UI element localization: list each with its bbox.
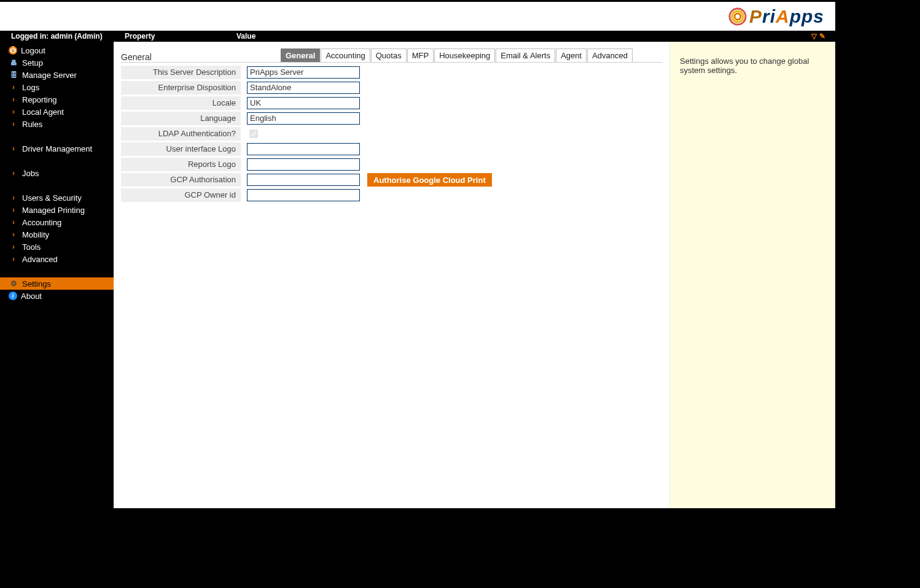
logo-text-pps: pps — [790, 6, 824, 27]
sidebar-item-logs[interactable]: ›Logs — [0, 81, 114, 93]
tab-agent[interactable]: Agent — [556, 48, 587, 62]
sidebar-item-logout[interactable]: ⏻Logout — [0, 44, 114, 56]
input-locale[interactable] — [247, 97, 360, 109]
form-row-lang: Language — [121, 110, 662, 126]
tab-row: General GeneralAccountingQuotasMFPHousek… — [121, 47, 662, 63]
form-row-ldap: LDAP Authentication? — [121, 126, 662, 141]
form-label-desc: This Server Description — [121, 66, 241, 79]
form-label-gcpowner: GCP Owner id — [121, 188, 241, 202]
sidebar-item-settings[interactable]: ⚙Settings — [0, 277, 114, 290]
edit-icon[interactable]: ✎ — [819, 32, 825, 41]
chevron-right-icon: › — [9, 193, 18, 203]
input-gcpowner[interactable] — [247, 189, 360, 201]
authorise-gcp-button[interactable]: Authorise Google Cloud Print — [367, 173, 492, 187]
chevron-right-icon: › — [9, 168, 18, 178]
form-row-desc: This Server Description — [121, 64, 662, 80]
sidebar-item-label: Managed Printing — [22, 206, 85, 215]
form-label-locale: Locale — [121, 96, 241, 110]
chevron-right-icon: › — [9, 254, 18, 264]
sidebar-item-setup[interactable]: 🖶Setup — [0, 56, 114, 69]
sidebar-item-label: Driver Management — [22, 144, 92, 153]
setup-icon: 🖶 — [9, 58, 18, 68]
sidebar-item-mprint[interactable]: ›Managed Printing — [0, 204, 114, 216]
power-icon: ⏻ — [9, 46, 17, 55]
dropdown-icon[interactable]: ▽ — [811, 32, 817, 41]
form-area: This Server DescriptionEnterprise Dispos… — [121, 64, 662, 203]
sidebar-item-label: Reporting — [22, 95, 57, 104]
form-row-entdisp: Enterprise Disposition — [121, 80, 662, 95]
form-row-uilogo: User interface Logo — [121, 141, 662, 157]
sidebar-item-jobs[interactable]: ›Jobs — [0, 167, 114, 179]
sidebar-item-label: Manage Server — [22, 71, 77, 80]
tab-mfp[interactable]: MFP — [407, 48, 434, 62]
sidebar-item-advanced[interactable]: ›Advanced — [0, 253, 114, 265]
column-header-value: Value — [236, 32, 255, 41]
sidebar-item-acct[interactable]: ›Accounting — [0, 216, 114, 228]
form-row-replogo: Reports Logo — [121, 157, 662, 172]
tab-emailalerts[interactable]: Email & Alerts — [496, 48, 555, 62]
sidebar-item-rules[interactable]: ›Rules — [0, 118, 114, 130]
form-label-lang: Language — [121, 112, 241, 125]
server-icon: 🗄 — [9, 70, 18, 80]
sidebar-item-label: Rules — [22, 120, 42, 129]
footer-strip — [0, 508, 835, 588]
form-row-gcpowner: GCP Owner id — [121, 187, 662, 203]
info-icon: i — [9, 292, 17, 300]
tab-advanced[interactable]: Advanced — [587, 48, 633, 62]
form-label-replogo: Reports Logo — [121, 158, 241, 171]
form-row-locale: Locale — [121, 95, 662, 110]
sidebar-item-label: Jobs — [22, 169, 39, 178]
tab-quotas[interactable]: Quotas — [371, 48, 407, 62]
tab-housekeeping[interactable]: Housekeeping — [434, 48, 495, 62]
chevron-right-icon: › — [9, 205, 18, 215]
chevron-right-icon: › — [9, 82, 18, 92]
sidebar-item-mobility[interactable]: ›Mobility — [0, 228, 114, 241]
sidebar-item-usersec[interactable]: ›Users & Security — [0, 191, 114, 204]
input-lang[interactable] — [247, 112, 360, 125]
sidebar-item-tools[interactable]: ›Tools — [0, 241, 114, 253]
brand-logo: P ri A pps — [728, 6, 824, 27]
sidebar-item-label: Mobility — [22, 230, 49, 239]
logo-text-p: P — [749, 6, 762, 27]
sidebar-item-manage[interactable]: 🗄Manage Server — [0, 69, 114, 81]
sidebar-item-localagent[interactable]: ›Local Agent — [0, 106, 114, 118]
sidebar-item-label: Tools — [22, 242, 41, 252]
chevron-right-icon: › — [9, 119, 18, 129]
input-desc[interactable] — [247, 66, 360, 79]
sidebar-item-label: Setup — [22, 58, 43, 68]
input-ldap — [249, 130, 258, 138]
chevron-right-icon: › — [9, 217, 18, 227]
sidebar-item-about[interactable]: iAbout — [0, 290, 114, 302]
form-label-uilogo: User interface Logo — [121, 142, 241, 156]
sidebar-item-label: Advanced — [22, 255, 58, 264]
sidebar-item-label: Accounting — [22, 218, 61, 227]
input-entdisp[interactable] — [247, 82, 360, 94]
sidebar-item-label: Logs — [22, 83, 39, 92]
form-row-gcpauth: GCP AuthorisationAuthorise Google Cloud … — [121, 172, 662, 187]
input-replogo[interactable] — [247, 158, 360, 171]
gear-icon: ⚙ — [9, 279, 18, 288]
top-banner: P ri A pps — [0, 0, 835, 31]
tab-accounting[interactable]: Accounting — [321, 48, 370, 62]
chevron-right-icon: › — [9, 230, 18, 239]
tab-general[interactable]: General — [281, 48, 320, 62]
sidebar-item-label: Local Agent — [22, 107, 64, 117]
input-uilogo[interactable] — [247, 143, 360, 155]
form-label-gcpauth: GCP Authorisation — [121, 173, 241, 187]
sidebar-item-driver[interactable]: ›Driver Management — [0, 142, 114, 155]
chevron-right-icon: › — [9, 242, 18, 252]
sidebar-item-label: About — [21, 292, 42, 301]
tabs-container: GeneralAccountingQuotasMFPHousekeepingEm… — [281, 48, 633, 62]
sidebar-item-report[interactable]: ›Reporting — [0, 93, 114, 106]
input-gcpauth[interactable] — [247, 174, 360, 186]
mid-bar: Logged in: admin (Admin) Property Value … — [0, 31, 835, 42]
svg-point-2 — [735, 14, 741, 20]
form-label-entdisp: Enterprise Disposition — [121, 81, 241, 95]
form-label-ldap: LDAP Authentication? — [121, 127, 241, 141]
sidebar-item-label: Logout — [21, 46, 45, 55]
sidebar-item-label: Users & Security — [22, 193, 82, 203]
logged-in-label: Logged in: admin (Admin) — [0, 32, 114, 41]
chevron-right-icon: › — [9, 107, 18, 117]
logo-text-a: A — [776, 6, 790, 27]
chevron-right-icon: › — [9, 95, 18, 104]
